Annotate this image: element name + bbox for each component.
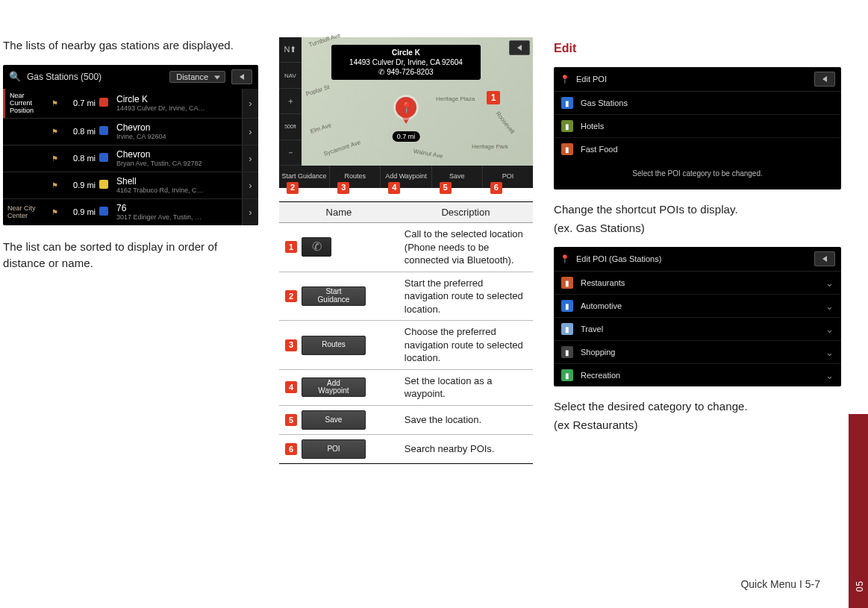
map-street-label: Roosevelt — [494, 110, 516, 136]
row-distance: 0.8 mi — [63, 154, 96, 163]
gas-stations-screenshot: 🔍 Gas Stations (500) Distance Near Curre… — [3, 65, 258, 225]
chevron-down-icon: ⌄ — [825, 347, 834, 358]
map-zoom-in-button[interactable]: ＋ — [279, 89, 302, 114]
row-address: Bryan Ave, Tustin, CA 92782 — [116, 160, 237, 167]
chevron-right-icon[interactable]: › — [242, 89, 258, 118]
chevron-right-icon[interactable]: › — [242, 119, 258, 145]
row-description: Set the location as a waypoint. — [399, 369, 533, 405]
chevron-right-icon[interactable]: › — [242, 145, 258, 172]
map-back-button[interactable] — [509, 40, 530, 55]
search-icon: 🔍 — [9, 71, 21, 82]
category-icon: ▮ — [561, 346, 573, 358]
right-paragraph-2a: Select the desired category to change. — [554, 398, 841, 416]
chevron-right-icon[interactable]: › — [242, 172, 258, 198]
table-row: 4AddWaypointSet the location as a waypoi… — [279, 369, 533, 405]
flag-icon: ⚑ — [46, 99, 63, 107]
phone-icon-button: ✆ — [302, 237, 331, 257]
map-street-label: Sycamore Ave — [323, 139, 362, 157]
gas-list-title: Gas Stations (500) — [27, 72, 102, 82]
row-description: Call to the selected location (Phone nee… — [399, 223, 533, 272]
right-paragraph-1b: (ex. Gas Stations) — [554, 220, 841, 237]
map-distance-badge: 0.7 mi — [393, 131, 420, 142]
right-paragraph-1a: Change the shortcut POIs to display. — [554, 201, 841, 219]
callout-2: 2 — [287, 182, 299, 194]
callout-number: 1 — [285, 241, 297, 253]
map-poi-button[interactable]: POI 6 — [483, 166, 533, 188]
map-zoom-out-button[interactable]: － — [279, 140, 302, 166]
edit-poi-title: Edit POI — [576, 75, 607, 84]
gas-list-row[interactable]: ⚑0.8 miChevronIrvine, CA 92604› — [3, 118, 258, 145]
row-description: Save the location. — [399, 406, 533, 435]
poi-category-row[interactable]: ▮Restaurants⌄ — [554, 272, 841, 295]
back-button[interactable] — [231, 69, 252, 84]
poi-category-row[interactable]: ▮Recreation⌄ — [554, 364, 841, 386]
poi-category-row[interactable]: ▮Travel⌄ — [554, 318, 841, 341]
row-distance: 0.8 mi — [63, 127, 96, 136]
ui-button-thumb: Save — [302, 410, 366, 430]
callout-3: 3 — [337, 182, 349, 194]
brand-icon — [96, 153, 112, 163]
flag-icon: ⚑ — [46, 208, 63, 216]
map-street-label: Heritage Park — [472, 143, 508, 150]
sort-dropdown[interactable]: Distance — [169, 71, 225, 83]
table-row: 1✆Call to the selected location (Phone n… — [279, 223, 533, 272]
poi-category-row[interactable]: ▮Shopping⌄ — [554, 341, 841, 364]
map-add-waypoint-button[interactable]: Add Waypoint 4 — [381, 166, 431, 188]
callout-1: 1 — [487, 91, 500, 104]
chevron-right-icon[interactable]: › — [242, 199, 258, 225]
gas-list-row[interactable]: Near City Center⚑0.9 mi763017 Edinger Av… — [3, 198, 258, 225]
gas-list-row[interactable]: ⚑0.9 miShell4162 Trabuco Rd, Irvine, C…› — [3, 172, 258, 198]
ui-button-thumb: StartGuidance — [302, 286, 366, 306]
category-label: Shopping — [581, 348, 616, 357]
map-start-guidance-button[interactable]: Start Guidance 2 — [279, 166, 330, 188]
row-label — [3, 155, 46, 161]
table-row: 3RoutesChoose the preferred navigation r… — [279, 321, 533, 370]
category-label: Restaurants — [581, 278, 625, 287]
category-icon: ▮ — [561, 143, 573, 155]
location-icon: 📍 — [560, 254, 570, 264]
map-routes-button[interactable]: Routes 3 — [330, 166, 381, 188]
section-tab: 05 — [849, 414, 868, 608]
map-scale-button[interactable]: 500ft — [279, 114, 302, 140]
edit-poi-screenshot-1: 📍 Edit POI ▮Gas Stations▮Hotels▮Fast Foo… — [554, 67, 841, 189]
back-button[interactable] — [814, 251, 835, 266]
category-label: Gas Stations — [581, 98, 628, 107]
edit-poi-screenshot-2: 📍 Edit POI (Gas Stations) ▮Restaurants⌄▮… — [554, 247, 841, 386]
left-paragraph-1: The lists of nearby gas stations are dis… — [3, 37, 258, 54]
poi-category-row[interactable]: ▮Gas Stations — [554, 92, 841, 115]
map-nav-button[interactable]: NAV — [279, 63, 302, 88]
gas-list-rows: Near Current Position⚑0.7 miCircle K1449… — [3, 89, 258, 225]
map-pin-icon: 📍 — [396, 97, 416, 124]
row-label — [3, 128, 46, 134]
row-address: Irvine, CA 92604 — [116, 133, 237, 140]
poi-category-row[interactable]: ▮Fast Food — [554, 138, 841, 160]
brand-icon — [96, 98, 112, 108]
poi-category-row[interactable]: ▮Automotive⌄ — [554, 295, 841, 318]
map-save-button[interactable]: Save 5 — [432, 166, 483, 188]
row-distance: 0.9 mi — [63, 207, 96, 216]
ui-button-thumb: Routes — [302, 336, 366, 355]
gas-list-row[interactable]: ⚑0.8 miChevronBryan Ave, Tustin, CA 9278… — [3, 145, 258, 172]
brand-icon — [96, 126, 112, 137]
flag-icon: ⚑ — [46, 181, 63, 189]
table-row: 5SaveSave the location. — [279, 406, 533, 435]
row-name: Circle K — [116, 94, 237, 104]
edit-poi-rows-2: ▮Restaurants⌄▮Automotive⌄▮Travel⌄▮Shoppi… — [554, 272, 841, 386]
map-street-label: Poplar St — [305, 84, 331, 98]
row-address: 3017 Edinger Ave, Tustin, … — [116, 213, 237, 221]
map-compass-button[interactable]: N⬆ — [279, 37, 302, 63]
category-label: Recreation — [581, 371, 620, 380]
ui-button-thumb: AddWaypoint — [302, 377, 366, 397]
callout-number: 5 — [285, 414, 297, 426]
poi-category-row[interactable]: ▮Hotels — [554, 115, 841, 138]
edit-poi-footer: Select the POI category to be changed. — [554, 160, 841, 189]
gas-list-row[interactable]: Near Current Position⚑0.7 miCircle K1449… — [3, 89, 258, 118]
row-name: Chevron — [116, 122, 237, 133]
row-name: 76 — [116, 203, 237, 213]
edit-poi-rows-1: ▮Gas Stations▮Hotels▮Fast Food — [554, 92, 841, 160]
callout-number: 2 — [285, 290, 297, 302]
table-header-name: Name — [279, 202, 399, 223]
row-name: Chevron — [116, 149, 237, 160]
back-button[interactable] — [814, 72, 835, 87]
left-paragraph-2: The list can be sorted to display in ord… — [3, 239, 258, 272]
